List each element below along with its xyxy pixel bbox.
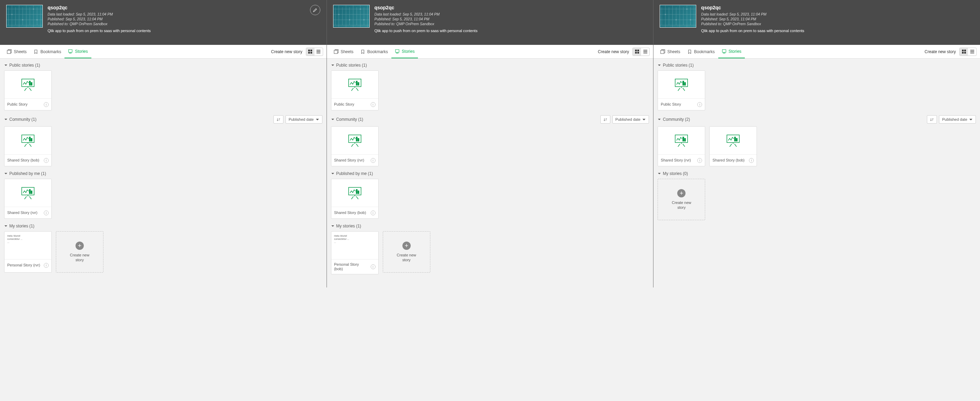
app-thumbnail [6,5,43,27]
sort-direction-button[interactable] [600,115,610,123]
info-icon[interactable]: i [44,263,49,268]
tab-stories[interactable]: Stories [64,45,91,58]
svg-rect-5 [68,50,72,52]
story-name: Shared Story (bob) [713,158,747,163]
svg-rect-43 [358,191,359,193]
svg-rect-65 [736,138,737,141]
svg-rect-51 [964,50,966,51]
info-icon[interactable]: i [44,158,49,163]
svg-rect-33 [643,51,647,52]
svg-rect-64 [735,137,735,141]
story-card[interactable]: Public Story i [331,70,379,110]
story-card[interactable]: Public Story i [658,70,705,110]
svg-rect-36 [356,81,357,85]
svg-point-45 [676,19,677,20]
tab-sheets[interactable]: Sheets [3,45,30,58]
tab-stories[interactable]: Stories [391,45,418,58]
svg-rect-48 [661,50,664,53]
info-icon[interactable]: i [697,158,702,163]
info-icon[interactable]: i [697,102,702,107]
tab-sheets[interactable]: Sheets [330,45,357,58]
section-toggle[interactable]: Public stories (1) [658,63,694,68]
info-icon[interactable]: i [371,158,375,163]
svg-rect-8 [308,52,310,53]
create-story-tile[interactable]: + Create newstory [383,231,430,273]
sort-field-select[interactable]: Published date [286,115,322,123]
section-toggle[interactable]: Published by me (1) [4,171,46,176]
nav-tabs: Sheets Bookmarks Stories Create new stor… [654,45,980,59]
app-description: Qlik app to push from on prem to saas wi… [701,29,804,33]
svg-rect-18 [31,138,32,141]
story-name: Shared Story (bob) [7,158,42,163]
story-name: Shared Story (rvr) [661,158,695,163]
info-icon[interactable]: i [44,102,49,107]
list-view-button[interactable] [641,48,649,56]
sort-field-select[interactable]: Published date [939,115,976,123]
list-view-button[interactable] [315,48,323,56]
story-name: Personal Story (bob) [334,262,369,271]
sort-direction-button[interactable] [927,115,937,123]
tab-stories[interactable]: Stories [718,45,745,58]
section-toggle[interactable]: Public stories (1) [4,63,40,68]
svg-rect-4 [7,50,11,53]
tab-bookmarks[interactable]: Bookmarks [684,45,718,58]
story-card[interactable]: Shared Story (bob) i [331,179,379,219]
svg-rect-52 [962,52,963,53]
grid-view-button[interactable] [306,48,315,56]
svg-rect-61 [683,137,684,141]
app-title: qsop2qc [701,5,804,10]
plus-icon: + [402,241,411,250]
grid-view-button[interactable] [633,48,641,56]
story-card[interactable]: Hello World!consectetur ...... Personal … [4,231,52,273]
story-card[interactable]: Shared Story (rvr) i [331,126,379,166]
section-toggle[interactable]: My stories (1) [331,224,361,228]
nav-tabs: Sheets Bookmarks Stories Create new stor… [327,45,654,59]
svg-point-44 [665,14,666,15]
create-story-tile[interactable]: + Create newstory [658,179,705,220]
sort-direction-button[interactable] [274,115,283,123]
story-card[interactable]: Hello World!consectetur ...... Personal … [331,231,379,274]
edit-button[interactable] [310,5,320,15]
story-card[interactable]: Shared Story (rvr) i [4,179,52,219]
section-toggle[interactable]: My stories (1) [4,224,35,228]
story-card[interactable]: Shared Story (bob) i [709,126,757,166]
svg-rect-37 [358,83,359,85]
info-icon[interactable]: i [371,264,375,269]
section-toggle[interactable]: Community (1) [331,117,363,122]
app-description: Qlik app to push from on prem to saas wi… [48,29,151,33]
plus-icon: + [76,241,84,250]
info-icon[interactable]: i [749,158,754,163]
create-story-tile[interactable]: + Create newstory [56,231,103,273]
story-card[interactable]: Public Story i [4,70,52,110]
svg-rect-58 [683,81,684,85]
svg-rect-56 [970,53,974,53]
story-name: Public Story [661,102,695,107]
info-icon[interactable]: i [371,102,375,107]
story-card[interactable]: Shared Story (rvr) i [658,126,705,166]
tab-bookmarks[interactable]: Bookmarks [30,45,64,58]
svg-rect-17 [29,137,30,141]
section-toggle[interactable]: Community (1) [4,117,37,122]
app-data-loaded: Data last loaded: Sep 5, 2023, 11:04 PM [48,12,151,16]
create-story-link[interactable]: Create new story [271,50,302,54]
list-view-button[interactable] [968,48,976,56]
info-icon[interactable]: i [371,211,375,215]
section-toggle[interactable]: Community (2) [658,117,690,122]
info-icon[interactable]: i [44,211,49,215]
story-card[interactable]: Shared Story (bob) i [4,126,52,166]
create-story-link[interactable]: Create new story [924,50,956,54]
svg-point-1 [22,19,23,20]
tab-sheets[interactable]: Sheets [657,45,683,58]
story-thumbnail [710,127,757,154]
story-thumbnail [658,127,705,154]
tab-bookmarks[interactable]: Bookmarks [357,45,391,58]
section-toggle[interactable]: Public stories (1) [331,63,367,68]
grid-view-button[interactable] [960,48,968,56]
app-published: Published: Sep 5, 2023, 11:04 PM [374,16,477,21]
section-toggle[interactable]: Published by me (1) [331,171,373,176]
create-story-link[interactable]: Create new story [598,50,629,54]
sort-field-select[interactable]: Published date [612,115,649,123]
svg-point-3 [37,19,38,20]
app-published: Published: Sep 5, 2023, 11:04 PM [48,16,151,21]
section-toggle[interactable]: My stories (0) [658,171,688,176]
